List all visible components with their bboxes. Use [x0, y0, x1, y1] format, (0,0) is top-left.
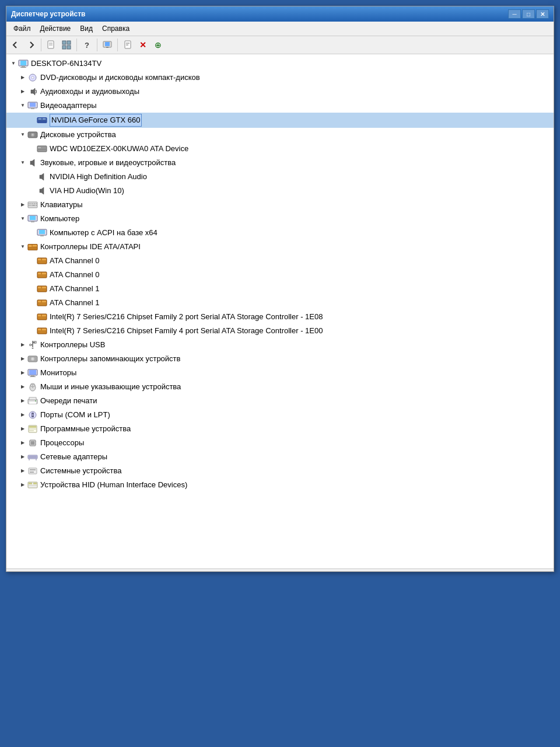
- storage-ctrl-label: Контроллеры запоминающих устройств: [40, 353, 180, 365]
- minimize-button[interactable]: ─: [508, 9, 521, 19]
- audio-io-label: Аудиовходы и аудиовыходы: [40, 86, 139, 97]
- ide-icon: [27, 242, 38, 252]
- tree-item-acpi[interactable]: Компьютер с ACPI на базе x64: [6, 226, 554, 240]
- tree-item-disk[interactable]: Дисковые устройства: [6, 128, 554, 142]
- toolbar-sep-1: [41, 39, 41, 51]
- tree-item-ata1a[interactable]: ATA Channel 1: [6, 282, 554, 296]
- menu-view[interactable]: Вид: [75, 23, 97, 34]
- prop-button[interactable]: [121, 38, 135, 52]
- svg-rect-53: [38, 259, 41, 260]
- svg-rect-46: [39, 230, 45, 234]
- tree-item-ata0b[interactable]: ATA Channel 0: [6, 268, 554, 282]
- video-label: Видеоадаптеры: [40, 100, 97, 111]
- software-icon: [27, 424, 38, 434]
- usb-label: Контроллеры USB: [40, 339, 105, 351]
- via-audio-expand-icon: [27, 186, 37, 196]
- ata0b-label: ATA Channel 0: [50, 269, 100, 281]
- svg-rect-38: [29, 205, 30, 206]
- svg-rect-4: [67, 41, 71, 44]
- svg-point-28: [32, 134, 33, 135]
- tree-item-hid[interactable]: Устройства HID (Human Interface Devices): [6, 478, 554, 492]
- tree-item-audio-io[interactable]: Аудиовходы и аудиовыходы: [6, 85, 554, 99]
- view2-button[interactable]: [60, 38, 74, 52]
- root-expand-icon: [9, 59, 18, 68]
- svg-rect-81: [30, 376, 36, 377]
- computer-expand-icon: [18, 214, 27, 224]
- tree-item-computer[interactable]: Компьютер: [6, 212, 554, 226]
- tree-item-via-audio[interactable]: VIA HD Audio(Win 10): [6, 184, 554, 198]
- menu-help[interactable]: Справка: [97, 23, 134, 34]
- tree-panel[interactable]: DESKTOP-6N134TV DVD-дисководы и дисковод…: [6, 54, 554, 568]
- ata0a-icon: [37, 256, 47, 266]
- menu-file[interactable]: Файл: [9, 23, 36, 34]
- root-label: DESKTOP-6N134TV: [31, 58, 102, 69]
- sys-devices-label: Системные устройства: [40, 465, 121, 477]
- intel2-icon: [37, 312, 47, 322]
- tree-item-software[interactable]: Программные устройства: [6, 422, 554, 436]
- tree-item-network[interactable]: Сетевые адаптеры: [6, 450, 554, 464]
- via-audio-icon: [37, 186, 47, 196]
- title-bar-left: Диспетчер устройств: [11, 10, 85, 18]
- tree-item-ports[interactable]: Порты (COM и LPT): [6, 408, 554, 422]
- svg-point-77: [32, 358, 33, 359]
- acpi-label: Компьютер с ACPI на базе x64: [50, 227, 158, 239]
- tree-item-ata1b[interactable]: ATA Channel 1: [6, 296, 554, 310]
- acpi-icon: [37, 228, 47, 238]
- connect-button[interactable]: [100, 38, 114, 52]
- tree-item-processors[interactable]: Процессоры: [6, 436, 554, 450]
- tree-item-storage-ctrl[interactable]: Контроллеры запоминающих устройств: [6, 352, 554, 366]
- svg-rect-110: [29, 483, 32, 484]
- svg-rect-44: [31, 221, 34, 222]
- tree-root[interactable]: DESKTOP-6N134TV: [6, 57, 554, 71]
- keyboard-expand-icon: [18, 200, 27, 210]
- tree-item-wdc[interactable]: WDC WD10EZEX-00KUWA0 ATA Device: [6, 142, 554, 156]
- video-expand-icon: [18, 101, 27, 110]
- maximize-button[interactable]: □: [522, 9, 535, 19]
- tree-item-monitors[interactable]: Мониторы: [6, 366, 554, 380]
- mice-expand-icon: [18, 382, 27, 392]
- tree-item-sound[interactable]: Звуковые, игровые и видеоустройства: [6, 156, 554, 170]
- toolbar-sep-3: [97, 39, 97, 51]
- intel4-label: Intel(R) 7 Series/C216 Chipset Family 4 …: [50, 325, 323, 337]
- keyboard-label: Клавиатуры: [40, 199, 83, 211]
- menu-action[interactable]: Действие: [36, 23, 76, 34]
- nvidia-audio-label: NVIDIA High Definition Audio: [50, 171, 147, 183]
- storage-expand-icon: [18, 354, 27, 364]
- svg-point-91: [32, 414, 34, 416]
- tree-item-video[interactable]: Видеоадаптеры: [6, 99, 554, 113]
- svg-rect-5: [62, 46, 66, 49]
- update-button[interactable]: ⊕: [151, 38, 165, 52]
- computer-icon: [27, 214, 38, 224]
- help-button[interactable]: ?: [80, 38, 94, 52]
- nvidia-audio-icon: [37, 172, 47, 182]
- audio-io-expand-icon: [18, 87, 27, 96]
- tree-item-dvd[interactable]: DVD-дисководы и дисководы компакт-дисков: [6, 71, 554, 85]
- page-button[interactable]: [44, 38, 58, 52]
- svg-rect-25: [38, 121, 46, 122]
- svg-rect-63: [42, 301, 46, 302]
- tree-item-ide[interactable]: Контроллеры IDE ATA/ATAPI: [6, 240, 554, 254]
- tree-item-printers[interactable]: Очереди печати: [6, 394, 554, 408]
- software-label: Программные устройства: [40, 423, 131, 435]
- ata0b-expand-icon: [27, 270, 37, 280]
- menu-bar: Файл Действие Вид Справка: [6, 22, 554, 36]
- tree-item-usb[interactable]: Контроллеры USB: [6, 338, 554, 352]
- audio-io-icon: [27, 86, 38, 97]
- tree-item-nvidia-audio[interactable]: NVIDIA High Definition Audio: [6, 170, 554, 184]
- forward-button[interactable]: [24, 38, 38, 52]
- tree-item-intel2[interactable]: Intel(R) 7 Series/C216 Chipset Family 2 …: [6, 310, 554, 324]
- sys-icon: [27, 466, 38, 476]
- ide-label: Контроллеры IDE ATA/ATAPI: [40, 241, 141, 253]
- back-button[interactable]: [9, 38, 23, 52]
- gpu-expand-icon: [27, 116, 37, 125]
- tree-item-gpu[interactable]: NVIDIA GeForce GTX 660: [6, 113, 554, 128]
- tree-item-mice[interactable]: Мыши и иные указывающие устройства: [6, 380, 554, 394]
- tree-item-keyboard[interactable]: Клавиатуры: [6, 198, 554, 212]
- close-button[interactable]: ✕: [536, 9, 549, 19]
- tree-item-sys-devices[interactable]: Системные устройства: [6, 464, 554, 478]
- tree-item-intel4[interactable]: Intel(R) 7 Series/C216 Chipset Family 4 …: [6, 324, 554, 338]
- tree-item-ata0a[interactable]: ATA Channel 0: [6, 254, 554, 268]
- ports-expand-icon: [18, 410, 27, 420]
- delete-button[interactable]: ✕: [136, 38, 150, 52]
- dvd-icon: [27, 72, 38, 83]
